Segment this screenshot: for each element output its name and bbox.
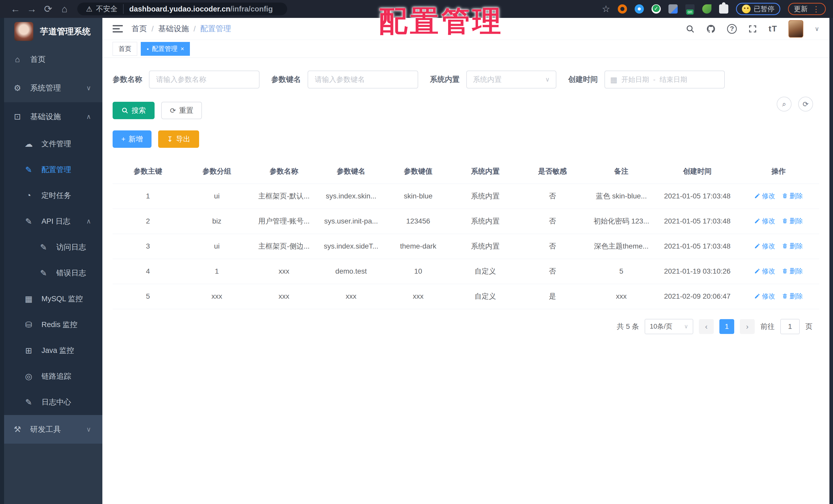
delete-link[interactable]: 删除 <box>782 192 803 200</box>
profile-paused-badge[interactable]: 已暂停 <box>736 3 780 15</box>
cell-remark: 5 <box>586 259 657 284</box>
cell-key: xxx <box>317 284 385 309</box>
log-icon: ✎ <box>24 217 34 226</box>
tab-config-manage[interactable]: ● 配置管理 × <box>141 42 190 56</box>
delete-link[interactable]: 删除 <box>782 267 803 276</box>
edit-link[interactable]: 修改 <box>754 192 775 200</box>
sidebar-item-trace[interactable]: ◎ 链路追踪 <box>0 363 102 389</box>
bookmark-star-icon[interactable]: ☆ <box>602 4 610 14</box>
edit-pencil-icon <box>754 293 760 299</box>
cell-key: demo.test <box>317 259 385 284</box>
close-icon[interactable]: × <box>181 45 184 52</box>
refresh-table-button[interactable]: ⟳ <box>798 97 813 111</box>
builtin-label: 系统内置 <box>430 74 460 85</box>
fullscreen-icon[interactable] <box>748 24 757 33</box>
param-key-input[interactable] <box>308 71 418 89</box>
extension-cube-icon[interactable] <box>668 4 678 14</box>
extension-donut-icon[interactable] <box>618 4 627 14</box>
sidebar-item-scheduled-task[interactable]: ◔ 定时任务 <box>0 182 102 208</box>
chevron-up-icon: ∧ <box>86 113 91 121</box>
sidebar-item-system[interactable]: ⚙ 系统管理 ∨ <box>0 74 102 102</box>
add-button[interactable]: + 新增 <box>113 130 151 148</box>
tab-home[interactable]: 首页 <box>113 42 137 56</box>
avatar-caret-icon[interactable]: ∨ <box>814 25 819 32</box>
browser-reload-button[interactable]: ⟳ <box>40 3 56 15</box>
param-name-input[interactable] <box>149 71 260 89</box>
sidebar-item-java-monitor[interactable]: ⊞ Java 监控 <box>0 337 102 363</box>
cell-sensitive: 是 <box>519 284 586 309</box>
sidebar-item-mysql-monitor[interactable]: ▦ MySQL 监控 <box>0 286 102 312</box>
edit-link[interactable]: 修改 <box>754 292 775 301</box>
breadcrumb-home[interactable]: 首页 <box>132 24 147 34</box>
cell-group: xxx <box>183 284 250 309</box>
browser-forward-button[interactable]: → <box>24 4 40 15</box>
search-icon <box>121 107 128 114</box>
sidebar-item-redis-monitor[interactable]: ⛁ Redis 监控 <box>0 312 102 337</box>
search-icon[interactable] <box>686 24 695 33</box>
goto-page-input[interactable] <box>780 319 800 334</box>
extension-check-icon[interactable] <box>651 4 661 14</box>
sidebar-item-error-log[interactable]: ✎ 错误日志 <box>0 260 102 286</box>
cell-id: 1 <box>113 184 183 209</box>
gear-icon: ⚙ <box>12 83 23 93</box>
param-name-label: 参数名称 <box>113 74 142 85</box>
edit-link[interactable]: 修改 <box>754 242 775 251</box>
cell-group: ui <box>183 234 250 259</box>
cell-id: 2 <box>113 209 183 234</box>
delete-link[interactable]: 删除 <box>782 242 803 251</box>
page-size-select[interactable]: 10条/页 ∨ <box>645 319 693 334</box>
sidebar-item-file-manage[interactable]: ☁ 文件管理 <box>0 131 102 157</box>
browser-home-button[interactable]: ⌂ <box>56 4 73 15</box>
extension-leaf-icon[interactable] <box>702 4 711 14</box>
address-bar[interactable]: ⚠ 不安全 dashboard.yudao.iocoder.cn/infra/c… <box>77 3 287 15</box>
delete-link[interactable]: 删除 <box>782 217 803 226</box>
date-range-picker[interactable]: ▦ 开始日期 - 结束日期 <box>604 71 725 89</box>
cell-builtin: 系统内置 <box>452 184 519 209</box>
sidebar-item-config-manage[interactable]: ✎ 配置管理 <box>0 157 102 182</box>
monitor-icon: ⊡ <box>12 112 23 122</box>
cell-name: xxx <box>250 259 317 284</box>
sidebar-item-access-log[interactable]: ✎ 访问日志 <box>0 234 102 260</box>
page-1-button[interactable]: 1 <box>719 319 734 334</box>
cell-sensitive: 否 <box>519 234 586 259</box>
avatar[interactable] <box>788 20 803 37</box>
github-icon[interactable] <box>706 24 716 34</box>
delete-link[interactable]: 删除 <box>782 292 803 301</box>
prev-page-button[interactable]: ‹ <box>699 319 714 334</box>
font-size-icon[interactable]: tT <box>768 24 777 33</box>
cell-sensitive: 否 <box>519 259 586 284</box>
help-icon[interactable]: ? <box>727 24 737 34</box>
cell-builtin: 自定义 <box>452 284 519 309</box>
show-search-toggle-button[interactable]: ⌕ <box>777 97 791 111</box>
cell-sensitive: 否 <box>519 209 586 234</box>
cell-remark: 初始化密码 123... <box>586 209 657 234</box>
sidebar-item-home[interactable]: ⌂ 首页 <box>0 45 102 74</box>
chevron-down-icon: ∨ <box>545 76 550 83</box>
browser-back-button[interactable]: ← <box>7 4 24 15</box>
chevron-down-icon: ∨ <box>86 84 91 92</box>
chevron-down-icon: ∨ <box>684 323 688 330</box>
breadcrumb-infra[interactable]: 基础设施 <box>158 24 189 34</box>
extension-on-icon[interactable]: on <box>685 4 694 14</box>
browser-menu-icon[interactable]: ⋮ <box>812 5 820 14</box>
sidebar-item-dev-tools[interactable]: ⚒ 研发工具 ∨ <box>0 415 102 444</box>
export-button[interactable]: ↧ 导出 <box>158 130 199 148</box>
sidebar-item-api-log[interactable]: ✎ API 日志 ∧ <box>0 208 102 234</box>
edit-link[interactable]: 修改 <box>754 217 775 226</box>
extensions-puzzle-icon[interactable] <box>719 4 728 14</box>
page-scrollbar[interactable] <box>829 18 833 504</box>
extension-pin-icon[interactable] <box>635 4 644 14</box>
edit-icon: ✎ <box>24 165 34 175</box>
cell-key: sys.index.skin... <box>317 184 385 209</box>
search-button[interactable]: 搜索 <box>113 102 154 119</box>
not-secure-label[interactable]: 不安全 <box>96 4 124 14</box>
sidebar-item-log-center[interactable]: ✎ 日志中心 <box>0 389 102 415</box>
sidebar-item-infra[interactable]: ⊡ 基础设施 ∧ <box>0 102 102 131</box>
collapse-sidebar-icon[interactable] <box>113 25 123 33</box>
next-page-button[interactable]: › <box>740 319 755 334</box>
builtin-select[interactable]: 系统内置 ∨ <box>466 71 556 89</box>
reset-button[interactable]: ⟳ 重置 <box>161 102 202 119</box>
browser-update-button[interactable]: 更新 ⋮ <box>788 3 826 15</box>
edit-link[interactable]: 修改 <box>754 267 775 276</box>
cell-group: 1 <box>183 259 250 284</box>
